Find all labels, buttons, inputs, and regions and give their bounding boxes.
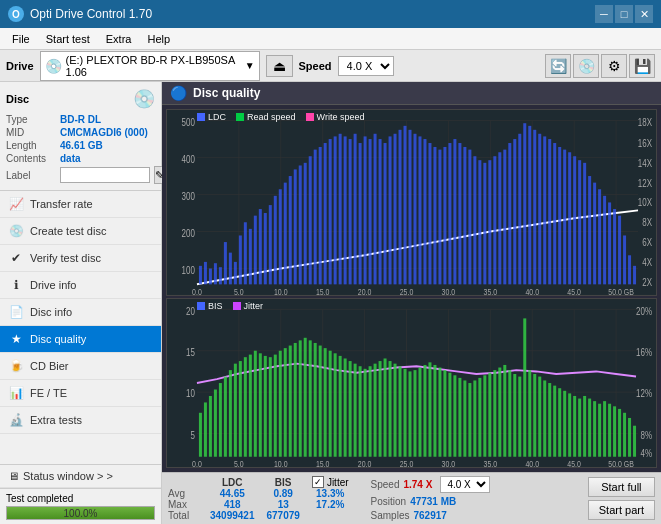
close-button[interactable]: ✕ bbox=[635, 5, 653, 23]
sidebar-item-fe-te[interactable]: 📊 FE / TE bbox=[0, 380, 161, 407]
svg-rect-91 bbox=[503, 150, 506, 285]
svg-rect-98 bbox=[538, 134, 541, 285]
total-ldc: 34099421 bbox=[204, 510, 261, 521]
disc-label-label: Label bbox=[6, 170, 56, 181]
svg-text:45.0: 45.0 bbox=[567, 287, 581, 295]
sidebar-item-disc-info[interactable]: 📄 Disc info bbox=[0, 299, 161, 326]
svg-rect-197 bbox=[418, 367, 421, 456]
svg-rect-30 bbox=[199, 266, 202, 284]
svg-rect-64 bbox=[369, 139, 372, 284]
svg-rect-94 bbox=[518, 134, 521, 285]
drive-info-icon: ℹ bbox=[8, 277, 24, 293]
max-label: Max bbox=[168, 499, 204, 510]
start-full-button[interactable]: Start full bbox=[588, 477, 655, 497]
svg-rect-35 bbox=[224, 242, 227, 284]
svg-rect-160 bbox=[234, 364, 237, 457]
max-bis: 13 bbox=[261, 499, 306, 510]
svg-text:4X: 4X bbox=[642, 257, 652, 268]
svg-rect-79 bbox=[443, 147, 446, 284]
svg-rect-54 bbox=[319, 147, 322, 284]
total-bis: 677079 bbox=[261, 510, 306, 521]
cd-bier-icon: 🍺 bbox=[8, 358, 24, 374]
sidebar-item-transfer-rate[interactable]: 📈 Transfer rate bbox=[0, 191, 161, 218]
svg-rect-173 bbox=[299, 340, 302, 456]
minimize-button[interactable]: ─ bbox=[595, 5, 613, 23]
content-header: 🔵 Disc quality bbox=[162, 82, 661, 105]
menu-help[interactable]: Help bbox=[139, 31, 178, 47]
svg-rect-202 bbox=[443, 370, 446, 457]
ldc-color bbox=[197, 113, 205, 121]
stats-total-row: Total 34099421 677079 bbox=[168, 510, 355, 521]
svg-rect-103 bbox=[563, 150, 566, 285]
svg-rect-52 bbox=[309, 156, 312, 284]
eject-button[interactable]: ⏏ bbox=[266, 55, 293, 77]
speed-dropdown[interactable]: 4.0 X 2.0 X 8.0 X bbox=[440, 476, 490, 493]
sidebar-item-drive-info[interactable]: ℹ Drive info bbox=[0, 272, 161, 299]
svg-rect-240 bbox=[633, 426, 636, 457]
max-ldc: 418 bbox=[204, 499, 261, 510]
sidebar-item-create-test-disc[interactable]: 💿 Create test disc bbox=[0, 218, 161, 245]
svg-text:10.0: 10.0 bbox=[274, 287, 288, 295]
svg-rect-53 bbox=[314, 150, 317, 285]
svg-rect-158 bbox=[224, 376, 227, 456]
svg-rect-198 bbox=[423, 365, 426, 457]
progress-area: Test completed 100.0% bbox=[0, 488, 161, 524]
svg-rect-39 bbox=[244, 222, 247, 284]
drive-icon: 💿 bbox=[45, 58, 62, 74]
drive-action-buttons: 🔄 💿 ⚙ 💾 bbox=[545, 54, 655, 78]
svg-rect-111 bbox=[603, 196, 606, 284]
svg-rect-104 bbox=[568, 152, 571, 284]
svg-rect-82 bbox=[458, 143, 461, 284]
bis-color bbox=[197, 302, 205, 310]
menu-start-test[interactable]: Start test bbox=[38, 31, 98, 47]
drive-settings-button[interactable]: ⚙ bbox=[601, 54, 627, 78]
svg-rect-185 bbox=[359, 366, 362, 457]
drive-disc-button[interactable]: 💿 bbox=[573, 54, 599, 78]
disc-label-input[interactable] bbox=[60, 167, 150, 183]
svg-rect-179 bbox=[329, 351, 332, 457]
svg-rect-86 bbox=[478, 160, 481, 284]
samples-row: Samples 762917 bbox=[371, 510, 491, 521]
svg-text:10: 10 bbox=[186, 388, 195, 399]
speed-select[interactable]: 4.0 X 2.0 X 6.0 X 8.0 X bbox=[338, 56, 394, 76]
svg-rect-93 bbox=[513, 139, 516, 284]
avg-ldc: 44.65 bbox=[204, 488, 261, 499]
svg-text:8X: 8X bbox=[642, 217, 652, 228]
status-window-button[interactable]: 🖥 Status window > > bbox=[0, 465, 161, 488]
svg-text:50.0 GB: 50.0 GB bbox=[608, 287, 634, 295]
chart-ldc: LDC Read speed Write speed 500 bbox=[166, 109, 657, 296]
drive-refresh-button[interactable]: 🔄 bbox=[545, 54, 571, 78]
sidebar-item-cd-bier[interactable]: 🍺 CD Bier bbox=[0, 353, 161, 380]
svg-rect-223 bbox=[548, 383, 551, 457]
jitter-checkbox[interactable]: ✓ bbox=[312, 476, 324, 488]
svg-rect-50 bbox=[299, 165, 302, 284]
svg-rect-157 bbox=[219, 383, 222, 457]
drive-save-button[interactable]: 💾 bbox=[629, 54, 655, 78]
svg-text:4%: 4% bbox=[640, 448, 652, 459]
svg-text:300: 300 bbox=[182, 191, 195, 202]
svg-text:40.0: 40.0 bbox=[525, 287, 539, 295]
svg-text:20%: 20% bbox=[636, 305, 652, 316]
sidebar-item-extra-tests[interactable]: 🔬 Extra tests bbox=[0, 407, 161, 434]
stats-avg-row: Avg 44.65 0.89 13.3% bbox=[168, 488, 355, 499]
maximize-button[interactable]: □ bbox=[615, 5, 633, 23]
legend-bis: BIS bbox=[197, 301, 223, 311]
svg-rect-47 bbox=[284, 183, 287, 285]
sidebar-item-label: FE / TE bbox=[30, 387, 67, 399]
menu-extra[interactable]: Extra bbox=[98, 31, 140, 47]
svg-text:10.0: 10.0 bbox=[274, 459, 288, 467]
menu-file[interactable]: File bbox=[4, 31, 38, 47]
sidebar-item-verify-test-disc[interactable]: ✔ Verify test disc bbox=[0, 245, 161, 272]
start-part-button[interactable]: Start part bbox=[588, 500, 655, 520]
svg-rect-161 bbox=[239, 361, 242, 457]
svg-rect-70 bbox=[399, 130, 402, 285]
fe-te-icon: 📊 bbox=[8, 385, 24, 401]
svg-rect-206 bbox=[463, 380, 466, 456]
svg-text:12%: 12% bbox=[636, 388, 652, 399]
svg-rect-87 bbox=[483, 163, 486, 285]
svg-text:0.0: 0.0 bbox=[192, 287, 202, 295]
sidebar-item-disc-quality[interactable]: ★ Disc quality bbox=[0, 326, 161, 353]
legend-ldc: LDC bbox=[197, 112, 226, 122]
drive-selector[interactable]: 💿 (E:) PLEXTOR BD-R PX-LB950SA 1.06 ▼ bbox=[40, 51, 260, 81]
svg-rect-209 bbox=[478, 378, 481, 457]
